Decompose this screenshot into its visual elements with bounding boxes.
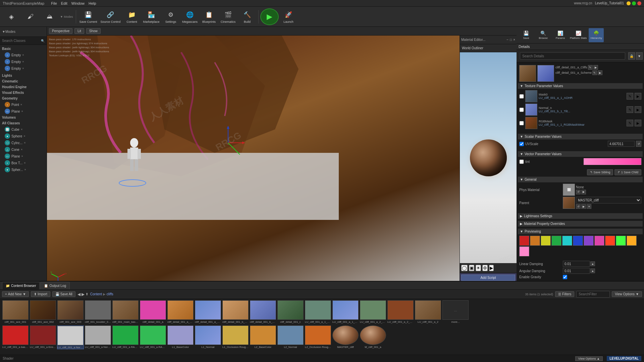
general-header[interactable]: ▼ General bbox=[518, 177, 643, 182]
show-button[interactable]: Show bbox=[86, 28, 101, 34]
swatch-redorange[interactable] bbox=[605, 236, 615, 246]
class-empty-3[interactable]: ○ Empty × bbox=[0, 65, 47, 72]
swatch-cyan[interactable] bbox=[562, 236, 572, 246]
menu-help[interactable]: Help bbox=[89, 1, 96, 5]
vector-params-header[interactable]: ▼ Vector Parameter Values bbox=[518, 151, 643, 157]
asset-cliff-ace-001[interactable]: cliff_001_ace_001 bbox=[2, 300, 29, 323]
marketplace-button[interactable]: 🏪 Marketplace bbox=[142, 8, 161, 25]
class-plane[interactable]: ▭ Plane × bbox=[0, 108, 47, 115]
houdini-header[interactable]: Houdini Engine bbox=[0, 84, 47, 90]
tex-rgbmask-check[interactable] bbox=[519, 121, 524, 125]
menu-file[interactable]: File bbox=[51, 1, 57, 5]
swatch-pink[interactable] bbox=[594, 236, 604, 246]
preview-grid-button[interactable]: ▣ bbox=[469, 265, 474, 271]
preview-options-button[interactable]: ⚙ bbox=[482, 265, 488, 271]
minimize-button[interactable] bbox=[627, 1, 631, 5]
asset-master-cliff[interactable]: MASTER_cliff bbox=[332, 325, 359, 349]
class-empty-2[interactable]: ○ Empty × bbox=[0, 58, 47, 65]
asset-detail-b-base[interactable]: cliff_detail_001_b_basecolor bbox=[222, 300, 249, 323]
mat-edit-button[interactable]: ✎ bbox=[588, 65, 593, 70]
preview-minimize-button[interactable]: − bbox=[506, 38, 508, 42]
tex-mask0-check[interactable] bbox=[519, 94, 524, 99]
uvscale-input[interactable] bbox=[608, 141, 635, 147]
asset-l1-occlusion[interactable]: L1_Occlusion Roughness bbox=[222, 325, 249, 349]
build-button[interactable]: 🔨 Build bbox=[238, 8, 257, 25]
asset-lu-normal[interactable]: LU_cliff_001_a_1_Normal bbox=[332, 300, 359, 323]
launch-button[interactable]: 🚀 Launch bbox=[279, 8, 298, 25]
viewport-3d[interactable]: Base-pass shader: 170 instructions Base-… bbox=[47, 36, 460, 288]
cinematics-button[interactable]: 🎬 Cinematics bbox=[219, 8, 237, 25]
swatch-purple[interactable] bbox=[584, 236, 594, 246]
asset-lu-rgbmask[interactable]: LU_cliff_001_a_2_RGBMaskWear bbox=[387, 300, 414, 323]
swatch-red[interactable] bbox=[519, 236, 529, 246]
class-empty-1[interactable]: ○ Empty × bbox=[0, 52, 47, 58]
save-det-button[interactable]: 💾 Save bbox=[519, 28, 534, 42]
asset-detail-c[interactable]: cliff_detail_001_c bbox=[277, 300, 304, 323]
basic-section-header[interactable]: Basic bbox=[0, 46, 47, 52]
import-button[interactable]: ⬆ Import bbox=[31, 291, 50, 297]
mat-edit2-button[interactable]: ✎ bbox=[592, 70, 597, 75]
asset-l2-normal[interactable]: L2_Normal bbox=[277, 325, 304, 349]
params-button[interactable]: 📊 Params bbox=[553, 28, 568, 42]
nav-up-button[interactable]: ⬆ bbox=[86, 292, 88, 296]
lightmass-header[interactable]: ▶ Lightmass Settings bbox=[518, 213, 643, 219]
phys-pick-button[interactable]: ↺ bbox=[576, 190, 581, 194]
play-button[interactable]: ▶ bbox=[260, 8, 279, 25]
tab-output-log[interactable]: 📋 Output Log bbox=[40, 282, 69, 289]
asset-emissive[interactable]: LU_cliff_001_a EmissiveHeight bbox=[30, 325, 56, 349]
asset-red-base[interactable]: LU_cliff_001_a basecolor bbox=[2, 325, 29, 349]
parent-clear-button[interactable]: ✕ bbox=[587, 204, 591, 209]
search-classes-input[interactable] bbox=[0, 37, 47, 45]
preview-env-button[interactable]: ☀ bbox=[476, 265, 481, 271]
asset-cliff-ace-002[interactable]: cliff_001_ace_002 bbox=[30, 300, 56, 323]
filters-button[interactable]: ☰ Filters bbox=[555, 291, 574, 297]
class-plane2[interactable]: ▭ Plane × bbox=[0, 153, 47, 160]
breadcrumb-content[interactable]: Content bbox=[90, 292, 102, 296]
tex-normal-nav[interactable]: ▶ bbox=[635, 106, 641, 113]
parent-pick-button[interactable]: ↺ bbox=[576, 204, 581, 209]
breadcrumb-cliffs[interactable]: cliffs bbox=[107, 292, 113, 296]
lights-header[interactable]: Lights bbox=[0, 73, 47, 78]
settings-button[interactable]: ⚙ Settings bbox=[162, 8, 180, 25]
tint-color-swatch[interactable] bbox=[584, 158, 641, 165]
status-view-options[interactable]: View Options ▲ bbox=[575, 356, 603, 361]
tab-content-browser[interactable]: 📁 Content Browser bbox=[2, 282, 40, 289]
cinematic-header[interactable]: Cinematic bbox=[0, 78, 47, 84]
save-all-button[interactable]: 💾 Save All bbox=[52, 291, 75, 297]
tex-mask0-nav[interactable]: ▶ bbox=[635, 93, 641, 100]
asset-normal-2[interactable]: LU_cliff_001_a Normal_2 bbox=[85, 325, 111, 349]
asset-l2-base[interactable]: L2_BaseColor bbox=[250, 325, 276, 349]
angular-damping-input[interactable] bbox=[563, 268, 590, 274]
class-point[interactable]: • Point × bbox=[0, 101, 47, 108]
asset-l2-roughness[interactable]: L2_Occlusion Roughness Metallic bbox=[305, 325, 331, 349]
tex-mask0-edit[interactable]: ✎ bbox=[627, 93, 633, 100]
asset-lu-a2-aohr[interactable]: LU_cliff_001_a_2_AOHR bbox=[360, 300, 386, 323]
scalar-params-header[interactable]: ▼ Scalar Parameter Values bbox=[518, 134, 643, 139]
parent-select[interactable]: MASTER_cliff bbox=[576, 197, 641, 203]
asset-l1-normal[interactable]: L1_Normal bbox=[195, 325, 221, 349]
asset-normal-selected[interactable]: LU_cliff_001_a Normal bbox=[57, 325, 84, 349]
asset-raom-d[interactable]: LU_cliff_001_a RAOM_d bbox=[140, 325, 166, 349]
tex-normal-edit[interactable]: ✎ bbox=[627, 106, 633, 113]
previewing-header[interactable]: ▼ Previewing bbox=[518, 229, 643, 234]
asset-main-base[interactable]: cliff_001_main_basecolor bbox=[112, 300, 139, 323]
save-current-button[interactable]: 💾 Save Current bbox=[78, 8, 98, 25]
asset-detail-a[interactable]: cliff_detail_001_a bbox=[140, 300, 166, 323]
asset-cliff-ace-003[interactable]: cliff_001_ace_003 bbox=[57, 300, 84, 323]
asset-detail-a-base[interactable]: cliff_detail_001_a_basecolor bbox=[167, 300, 194, 323]
asset-boulder[interactable]: cliff_001_boulder_001 bbox=[85, 300, 111, 323]
select-mode-button[interactable]: ◈ bbox=[2, 8, 20, 25]
volumes-header[interactable]: Volumes bbox=[0, 115, 47, 120]
perspective-button[interactable]: Perspective bbox=[49, 28, 72, 34]
save-sibling-button[interactable]: ↰ Save Sibling bbox=[587, 169, 613, 175]
class-sphere[interactable]: ● Sphere × bbox=[0, 133, 47, 139]
mat-nav-button[interactable]: ▶ bbox=[593, 65, 598, 70]
asset-detail-b-normal[interactable]: cliff_detail_001_b_normal bbox=[250, 300, 276, 323]
add-script-button[interactable]: Add Script bbox=[461, 275, 515, 281]
browse-button[interactable]: 🔍 Browse bbox=[536, 28, 551, 42]
allclasses-header[interactable]: All Classes bbox=[0, 120, 47, 126]
asset-l1-base[interactable]: L1_BaseColor bbox=[167, 325, 194, 349]
uvscale-reset[interactable]: ↺ bbox=[636, 141, 641, 147]
tex-rgbmask-nav[interactable]: ▶ bbox=[635, 120, 641, 126]
asset-detail-a-normal[interactable]: cliff_detail_001_a_normal bbox=[195, 300, 221, 323]
